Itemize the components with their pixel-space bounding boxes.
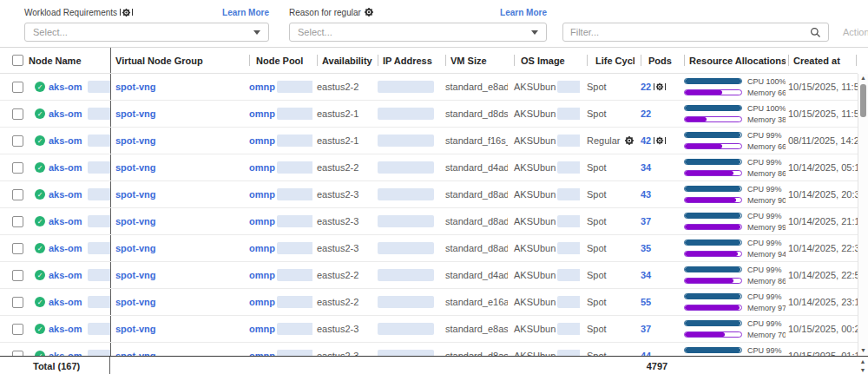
table-row[interactable]: ✓ aks-om spot-vng omnp eastus2-2 standar…: [0, 262, 858, 289]
row-checkbox[interactable]: [12, 189, 23, 200]
col-resource-allocations[interactable]: Resource Allocations ↓ ≡: [680, 48, 786, 73]
pods-count-link[interactable]: 43: [641, 189, 651, 200]
pods-count-link[interactable]: 34: [641, 270, 651, 280]
virtual-node-group-link[interactable]: spot-vng: [115, 243, 155, 253]
col-life-cycle[interactable]: Life Cycle: [580, 48, 635, 73]
node-pool-link[interactable]: omnp: [249, 108, 275, 119]
select-all-checkbox[interactable]: [12, 55, 23, 66]
node-name-link[interactable]: aks-om: [49, 162, 82, 173]
node-pool-link[interactable]: omnp: [249, 297, 275, 307]
virtual-node-group-link[interactable]: spot-vng: [115, 270, 155, 280]
pods-count-link[interactable]: 35: [641, 243, 651, 253]
row-checkbox[interactable]: [12, 297, 23, 308]
node-pool-link[interactable]: omnp: [249, 82, 275, 92]
filter-input[interactable]: [570, 27, 805, 37]
table-row[interactable]: ✓ aks-om spot-vng omnp eastus2-2 standar…: [0, 154, 858, 181]
pods-count-link[interactable]: 37: [641, 216, 651, 226]
node-pool-link[interactable]: omnp: [249, 216, 275, 226]
row-checkbox[interactable]: [12, 324, 23, 335]
col-availability-zone[interactable]: Availability Zone: [312, 48, 373, 73]
scroll-up-icon[interactable]: ▲: [860, 358, 866, 366]
virtual-node-group-link[interactable]: spot-vng: [115, 297, 155, 307]
node-healthy-icon: ✓: [35, 135, 45, 146]
memory-usage-label: Memory 94%: [747, 250, 786, 259]
pods-count-link[interactable]: 34: [641, 162, 651, 173]
col-os-image[interactable]: OS Image: [508, 48, 580, 73]
table-row[interactable]: ✓ aks-om spot-vng omnp eastus2-3 standar…: [0, 181, 858, 208]
pods-count-link[interactable]: 22: [641, 108, 651, 119]
table-row[interactable]: ✓ aks-om spot-vng omnp eastus2-3 standar…: [0, 208, 858, 235]
table-row[interactable]: ✓ aks-om spot-vng omnp eastus2-2 standar…: [0, 74, 858, 101]
reason-for-regular-filter: Reason for regular Learn More Select...: [289, 5, 547, 42]
scrollbar-thumb[interactable]: [860, 84, 866, 117]
node-pool-link[interactable]: omnp: [249, 270, 275, 280]
col-virtual-node-group[interactable]: Virtual Node Group: [110, 48, 245, 73]
pods-count-link[interactable]: 42: [641, 135, 651, 146]
table-row[interactable]: ✓ aks-om spot-vng omnp eastus2-3 standar…: [0, 316, 858, 343]
scroll-down-icon[interactable]: ▼: [860, 366, 866, 374]
workload-requirements-select[interactable]: Select...: [24, 23, 269, 42]
resource-allocations-cell: CPU 99% Memory 66%: [680, 128, 786, 154]
node-name-link[interactable]: aks-om: [49, 135, 82, 146]
node-name-link[interactable]: aks-om: [49, 189, 82, 200]
virtual-node-group-link[interactable]: spot-vng: [115, 162, 155, 173]
virtual-node-group-link[interactable]: spot-vng: [115, 82, 155, 92]
pods-count-link[interactable]: 55: [641, 297, 651, 307]
reason-for-regular-select[interactable]: Select...: [289, 23, 547, 42]
cpu-usage-bar: [684, 159, 742, 165]
col-pods[interactable]: Pods: [635, 48, 680, 73]
row-checkbox[interactable]: [12, 243, 23, 254]
vertical-scrollbar[interactable]: ▲ ▼: [858, 74, 868, 356]
cpu-usage-label: CPU 99%: [747, 158, 782, 167]
redacted-os-image: [557, 135, 580, 147]
row-checkbox[interactable]: [12, 216, 23, 227]
row-checkbox[interactable]: [12, 108, 23, 120]
node-name-link[interactable]: aks-om: [49, 243, 82, 253]
node-pool-link[interactable]: omnp: [249, 324, 275, 334]
col-node-pool[interactable]: Node Pool: [245, 48, 312, 73]
node-name-link[interactable]: aks-om: [49, 108, 82, 119]
row-checkbox[interactable]: [12, 270, 23, 281]
col-node-name[interactable]: Node Name: [29, 48, 110, 73]
virtual-node-group-link[interactable]: spot-vng: [115, 216, 155, 226]
actions-button[interactable]: Actions: [843, 27, 868, 37]
row-checkbox[interactable]: [12, 162, 23, 174]
node-name-link[interactable]: aks-om: [49, 216, 82, 226]
node-pool-link[interactable]: omnp: [249, 189, 275, 200]
redacted-os-image: [557, 323, 580, 335]
pods-count-link[interactable]: 22: [641, 82, 651, 92]
scroll-down-icon[interactable]: ▼: [860, 346, 866, 356]
node-healthy-icon: ✓: [35, 189, 45, 200]
reason-learn-more-link[interactable]: Learn More: [500, 8, 547, 17]
workload-requirements-filter: Workload Requirements Learn More Select.…: [24, 5, 269, 42]
col-vm-size[interactable]: VM Size: [440, 48, 508, 73]
life-cycle-cell: Spot: [580, 154, 635, 180]
node-name-link[interactable]: aks-om: [49, 270, 82, 280]
virtual-node-group-link[interactable]: spot-vng: [115, 324, 155, 334]
scroll-up-icon[interactable]: ▲: [860, 74, 866, 83]
node-name-link[interactable]: aks-om: [49, 82, 82, 92]
table-row[interactable]: ✓ aks-om spot-vng omnp eastus2-3 standar…: [0, 235, 858, 262]
col-created-at[interactable]: Created at: [786, 48, 858, 73]
node-name-link[interactable]: aks-om: [49, 324, 82, 334]
virtual-node-group-link[interactable]: spot-vng: [115, 189, 155, 200]
col-ip-address[interactable]: IP Address: [373, 48, 440, 73]
virtual-node-group-link[interactable]: spot-vng: [115, 135, 155, 146]
node-healthy-icon: ✓: [35, 270, 45, 280]
table-row[interactable]: ✓ aks-om spot-vng omnp eastus2-1 standar…: [0, 128, 858, 154]
table-row[interactable]: ✓ aks-om spot-vng omnp eastus2-2 standar…: [0, 289, 858, 316]
row-checkbox[interactable]: [12, 82, 23, 93]
node-name-link[interactable]: aks-om: [49, 297, 82, 307]
table-row[interactable]: ✓ aks-om spot-vng omnp eastus2-3 standar…: [0, 343, 858, 356]
node-pool-link[interactable]: omnp: [249, 135, 275, 146]
virtual-node-group-link[interactable]: spot-vng: [115, 108, 155, 119]
vm-size-cell: standard_e8ads...: [440, 74, 508, 100]
memory-usage-bar: [684, 278, 742, 284]
workload-learn-more-link[interactable]: Learn More: [222, 8, 269, 17]
table-row[interactable]: ✓ aks-om spot-vng omnp eastus2-1 standar…: [0, 101, 858, 128]
redacted-node-pool: [277, 108, 312, 120]
row-checkbox[interactable]: [12, 135, 23, 147]
node-pool-link[interactable]: omnp: [249, 162, 275, 173]
node-pool-link[interactable]: omnp: [249, 243, 275, 253]
pods-count-link[interactable]: 37: [641, 324, 651, 334]
